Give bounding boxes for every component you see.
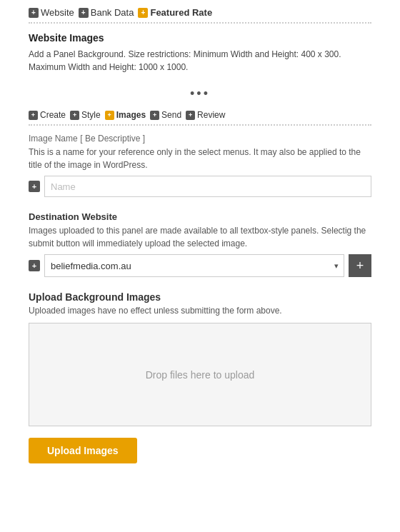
plus-icon-featured-rate: + — [138, 8, 148, 18]
top-nav: + Website + Bank Data + Featured Rate — [0, 0, 400, 22]
destination-label: Destination Website — [29, 211, 371, 222]
website-images-section: Website Images Add a Panel Background. S… — [0, 24, 400, 82]
plus-icon-send: + — [150, 111, 159, 120]
sub-nav: + Create + Style + Images + Send + Revie… — [0, 106, 400, 124]
nav-label-bank-data: Bank Data — [91, 7, 134, 18]
upload-desc: Uploaded images have no effect unless su… — [29, 306, 371, 316]
destination-select-wrapper: beliefmedia.com.au ▾ — [44, 254, 344, 277]
sub-nav-item-create[interactable]: + Create — [29, 110, 66, 120]
nav-item-bank-data[interactable]: + Bank Data — [79, 7, 134, 18]
upload-title: Upload Background Images — [29, 291, 371, 303]
sub-nav-item-review[interactable]: + Review — [186, 110, 225, 120]
image-name-input[interactable] — [44, 176, 371, 197]
nav-label-featured-rate: Featured Rate — [150, 7, 212, 18]
website-images-desc: Add a Panel Background. Size restriction… — [29, 48, 371, 74]
image-name-section: Image Name [ Be Descriptive ] This is a … — [0, 126, 400, 204]
nav-label-website: Website — [41, 7, 74, 18]
sub-nav-item-style[interactable]: + Style — [70, 110, 101, 120]
dots-menu[interactable]: ••• — [0, 82, 400, 106]
plus-icon-create: + — [29, 111, 38, 120]
sub-nav-label-review: Review — [197, 110, 225, 120]
upload-section: Upload Background Images Uploaded images… — [0, 284, 400, 471]
destination-desc: Images uploaded to this panel are made a… — [29, 224, 371, 250]
upload-images-button[interactable]: Upload Images — [29, 438, 137, 463]
plus-icon-website: + — [29, 8, 39, 18]
add-destination-button[interactable]: + — [349, 254, 371, 277]
drop-zone[interactable]: Drop files here to upload — [29, 323, 371, 426]
plus-icon-images: + — [105, 111, 114, 120]
image-name-desc: This is a name for your reference only i… — [29, 146, 371, 171]
plus-icon-review: + — [186, 111, 195, 120]
plus-icon-destination: + — [29, 260, 40, 271]
drop-zone-text: Drop files here to upload — [146, 369, 255, 381]
sub-nav-label-send: Send — [161, 110, 181, 120]
sub-nav-item-images[interactable]: + Images — [105, 110, 146, 120]
image-name-label: Image Name [ Be Descriptive ] — [29, 133, 371, 144]
sub-nav-item-send[interactable]: + Send — [150, 110, 181, 120]
plus-icon-name-field: + — [29, 181, 40, 192]
sub-nav-label-images: Images — [116, 110, 146, 120]
nav-item-website[interactable]: + Website — [29, 7, 74, 18]
image-name-hint: [ Be Descriptive ] — [80, 134, 145, 144]
image-name-input-row: + — [29, 176, 371, 197]
sub-nav-label-create: Create — [40, 110, 66, 120]
destination-input-row: + beliefmedia.com.au ▾ + — [29, 254, 371, 277]
plus-icon-bank-data: + — [79, 8, 89, 18]
destination-select[interactable]: beliefmedia.com.au — [44, 254, 344, 277]
website-images-title: Website Images — [29, 32, 371, 44]
sub-nav-label-style: Style — [81, 110, 101, 120]
nav-item-featured-rate[interactable]: + Featured Rate — [138, 7, 212, 18]
plus-icon-style: + — [70, 111, 79, 120]
destination-section: Destination Website Images uploaded to t… — [0, 204, 400, 284]
